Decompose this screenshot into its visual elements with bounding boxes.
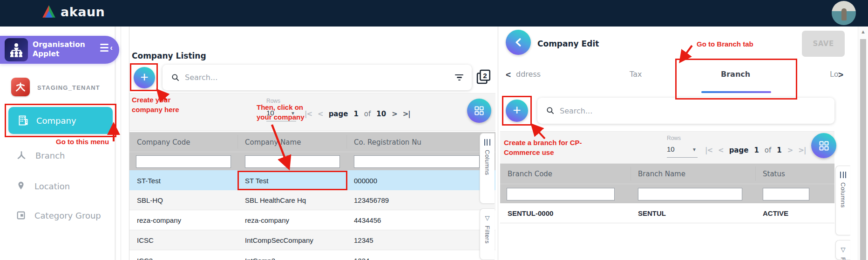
next-page-button[interactable]: >: [392, 110, 397, 118]
of-word: of: [765, 146, 771, 154]
page-scrollbar-thumb[interactable]: [860, 39, 866, 260]
columns-side-tab[interactable]: Columns: [835, 166, 850, 235]
filter-branch-name[interactable]: [638, 188, 742, 200]
page-word: page: [729, 146, 749, 154]
arrow-goto-branch: [682, 46, 692, 60]
annotation-box-branch-tab: [675, 59, 797, 100]
org-chart-icon: [5, 38, 28, 61]
filter-status[interactable]: [763, 188, 809, 200]
sidebar-item-company[interactable]: Company: [8, 107, 113, 134]
active-tab-underline: [701, 91, 771, 93]
cell-company-code: reza-company: [137, 216, 181, 224]
annotation-goto-branch: Go to Branch tab: [697, 39, 753, 49]
sidebar-scrollbar[interactable]: [115, 27, 116, 260]
company-search-input[interactable]: [185, 73, 450, 82]
company-listing-title: Company Listing: [132, 51, 206, 60]
tab-branch[interactable]: Branch: [721, 70, 750, 79]
category-group-icon: [16, 210, 26, 220]
search-icon: [171, 73, 180, 82]
next-page-button[interactable]: >: [787, 146, 793, 154]
logo-text: akaun: [61, 5, 105, 19]
table-row-st-test[interactable]: ST-Test ST Test 000000: [129, 170, 495, 190]
cell-company-code: ST-Test: [137, 176, 161, 184]
cell-company-name: reza-company: [245, 216, 289, 224]
company-search-bar[interactable]: [163, 65, 472, 90]
cell-company-name: IntCompSecCompany: [245, 236, 313, 244]
rows-per-page-value[interactable]: 10: [667, 145, 675, 153]
last-page-button[interactable]: >|: [403, 110, 410, 118]
sidebar-item-branch[interactable]: Branch: [16, 150, 65, 161]
cell-company-name: IntComp2: [245, 256, 275, 260]
cell-company-code: ICSC: [137, 236, 154, 244]
col-branch-code: Branch Code: [508, 170, 552, 178]
grid-icon: [818, 140, 830, 152]
cell-co-registration: 4434456: [354, 216, 381, 224]
annotation-create-company: Create your company here: [132, 95, 184, 114]
branch-search-bar[interactable]: [537, 98, 834, 124]
duplicate-view-icon[interactable]: 2: [475, 68, 493, 87]
columns-tab-label: Columns: [484, 150, 491, 175]
filter-company-code[interactable]: [136, 155, 231, 168]
last-page-button[interactable]: >|: [798, 146, 806, 154]
applet-header: Organisation Applet ‹: [0, 36, 119, 64]
top-nav: akaun: [0, 0, 868, 27]
sidebar-item-category-group[interactable]: Category Group: [16, 210, 101, 220]
cell-co-registration: 1234: [354, 256, 369, 260]
scroll-up-icon[interactable]: ▲: [861, 29, 866, 34]
table-row-sentul[interactable]: SENTUL-0000 SENTUL ACTIVE: [500, 203, 834, 223]
page-word: page: [329, 110, 348, 118]
tabs-scroll-right-icon[interactable]: >: [838, 70, 843, 80]
rows-dropdown-icon[interactable]: ▼: [692, 147, 697, 152]
building-icon: [18, 115, 29, 126]
columns-side-tab[interactable]: Columns: [480, 133, 495, 204]
filter-company-name[interactable]: [245, 155, 340, 168]
table-row-icc2[interactable]: ICC2 IntComp2 1234: [129, 250, 495, 260]
branch-icon: [16, 150, 27, 161]
save-button[interactable]: SAVE: [802, 31, 845, 57]
columns-icon: [840, 172, 846, 178]
cell-co-registration: 12345: [354, 236, 373, 244]
filters-side-tab[interactable]: ▽ Filt: [835, 240, 850, 260]
panel-divider-right: [498, 27, 498, 260]
filter-lines-icon[interactable]: [455, 74, 463, 81]
filters-tab-label: Filt: [840, 257, 847, 260]
grid-icon: [473, 105, 485, 117]
company-edit-title: Company Edit: [537, 39, 599, 48]
back-button[interactable]: [506, 30, 531, 55]
back-arrow-icon: [512, 36, 524, 48]
card-view-button[interactable]: [467, 99, 491, 123]
tab-location[interactable]: Lo: [830, 70, 838, 79]
add-company-button[interactable]: +: [134, 67, 155, 88]
filters-side-tab[interactable]: ▽ Filters: [480, 208, 495, 260]
table-row-reza-company[interactable]: reza-company reza-company 4434456: [129, 210, 495, 230]
tab-address[interactable]: ddress: [516, 70, 541, 79]
collapse-sidebar-icon[interactable]: ‹: [100, 44, 113, 52]
sidebar-item-label: Category Group: [34, 211, 101, 220]
branch-pagination: |< < page 1 of 1 > >|: [705, 146, 806, 154]
akaun-triangle-icon: [41, 4, 57, 19]
tab-tax[interactable]: Tax: [630, 70, 642, 79]
first-page-button[interactable]: |<: [705, 146, 712, 154]
total-pages: 1: [777, 146, 781, 154]
branch-search-input[interactable]: [560, 107, 826, 115]
card-view-button[interactable]: [811, 133, 836, 158]
user-avatar[interactable]: [832, 1, 856, 25]
sidebar-item-label: Branch: [35, 151, 65, 160]
prev-page-button[interactable]: <: [718, 146, 724, 154]
tabs-scroll-left-icon[interactable]: <: [506, 70, 511, 80]
table-row-icsc[interactable]: ICSC IntCompSecCompany 12345: [129, 230, 495, 250]
add-branch-button[interactable]: +: [506, 100, 528, 122]
filter-co-registration[interactable]: [354, 155, 480, 168]
branch-table-filter-row: [500, 184, 834, 203]
prev-page-button[interactable]: <: [318, 110, 323, 118]
filter-branch-code[interactable]: [507, 188, 615, 200]
cell-branch-code: SENTUL-0000: [508, 209, 553, 217]
cell-status: ACTIVE: [763, 209, 788, 217]
sidebar-item-label: Location: [34, 181, 70, 191]
cell-co-registration: 000000: [354, 176, 377, 184]
table-row-sbl-hq[interactable]: SBL-HQ SBL HealthCare Hq 123456789: [129, 190, 495, 210]
location-pin-icon: [16, 180, 26, 192]
current-page: 1: [754, 146, 759, 154]
cell-company-code: ICC2: [137, 256, 153, 260]
sidebar-item-location[interactable]: Location: [16, 180, 70, 192]
